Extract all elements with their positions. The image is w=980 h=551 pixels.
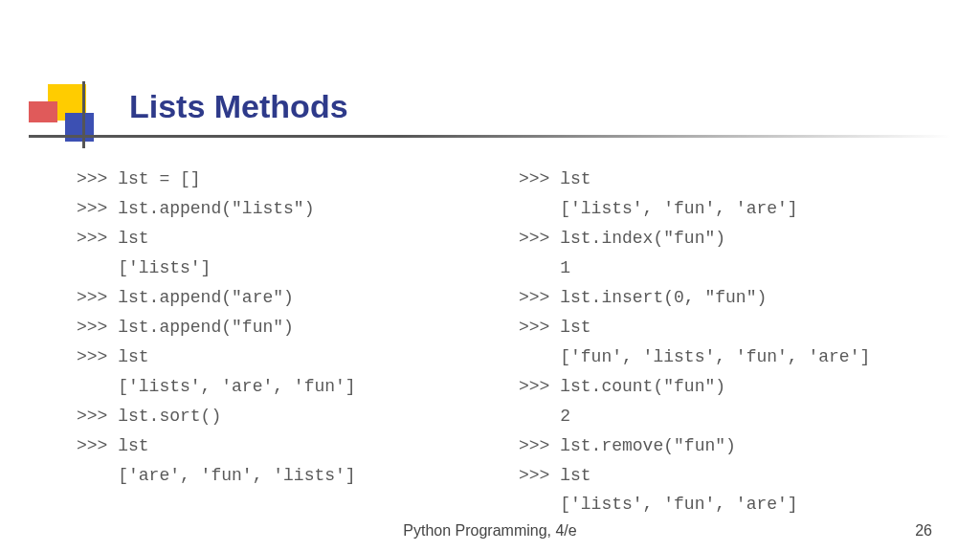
- logo-red-square: [29, 101, 57, 122]
- rule-horizontal: [29, 135, 951, 138]
- footer-text: Python Programming, 4/e: [0, 522, 980, 540]
- code-column-right: >>> lst ['lists', 'fun', 'are'] >>> lst.…: [519, 165, 951, 519]
- code-area: >>> lst = [] >>> lst.append("lists") >>>…: [77, 165, 951, 519]
- page-number: 26: [915, 522, 932, 540]
- rule-vertical: [82, 81, 85, 148]
- title-rule: [0, 131, 980, 144]
- slide-title: Lists Methods: [129, 88, 348, 125]
- code-column-left: >>> lst = [] >>> lst.append("lists") >>>…: [77, 165, 509, 519]
